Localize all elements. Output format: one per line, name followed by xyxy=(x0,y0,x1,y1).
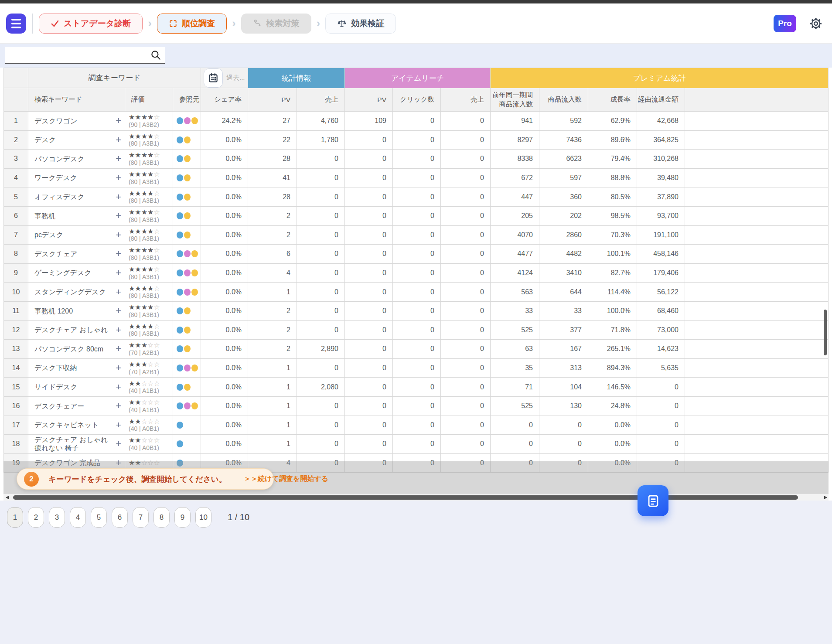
pv-cell: 2 xyxy=(248,321,297,340)
add-keyword-button[interactable]: + xyxy=(116,154,121,164)
scroll-right-arrow-icon[interactable] xyxy=(824,496,827,499)
filler-cell xyxy=(685,435,829,454)
page-button-4[interactable]: 4 xyxy=(70,507,86,528)
keyword-cell: デスクキャビネット+ xyxy=(28,416,125,435)
report-fab-button[interactable] xyxy=(638,485,668,516)
add-keyword-button[interactable]: + xyxy=(116,382,121,392)
source-dots-cell xyxy=(173,187,201,207)
nav-step-store-data-diagnosis[interactable]: ストアデータ診断 xyxy=(39,14,143,34)
page-indicator: 1 / 10 xyxy=(228,512,249,522)
share-cell: 0.0% xyxy=(201,226,248,245)
column-header-growth: 成長率 xyxy=(588,88,637,112)
settings-button[interactable] xyxy=(809,17,822,30)
row-number: 13 xyxy=(4,340,28,359)
group-header-item-reach: アイテムリーチ xyxy=(345,68,491,88)
add-keyword-button[interactable]: + xyxy=(116,439,121,449)
add-keyword-button[interactable]: + xyxy=(116,344,121,354)
add-keyword-button[interactable]: + xyxy=(116,287,121,297)
blue-source-dot-icon xyxy=(177,365,183,371)
blue-source-dot-icon xyxy=(177,345,183,352)
vertical-scrollbar-thumb[interactable] xyxy=(824,310,827,355)
row-number: 12 xyxy=(4,321,28,340)
item-sales-cell: 0 xyxy=(441,150,491,169)
add-keyword-button[interactable]: + xyxy=(116,325,121,335)
sales-cell: 0 xyxy=(297,264,345,283)
group-header-blank xyxy=(4,68,28,88)
add-keyword-button[interactable]: + xyxy=(116,211,121,221)
search-icon[interactable] xyxy=(150,49,161,61)
row-number: 4 xyxy=(4,169,28,188)
inflow-cell: 7436 xyxy=(539,131,588,150)
source-dots-cell xyxy=(173,112,201,131)
keyword-text: 事務机 xyxy=(34,212,55,220)
add-keyword-button[interactable]: + xyxy=(116,401,121,411)
row-number: 14 xyxy=(4,359,28,378)
hamburger-menu-button[interactable] xyxy=(6,14,26,34)
rating-cell: ★★★★☆(80 | A3B1) xyxy=(125,321,173,340)
add-keyword-button[interactable]: + xyxy=(116,230,121,240)
star-rating-icon: ★★★★☆ xyxy=(129,323,160,331)
blue-source-dot-icon xyxy=(177,155,183,162)
nav-step-effect-verification[interactable]: 効果検証 xyxy=(325,14,396,34)
filler-cell xyxy=(685,226,829,245)
filler-cell xyxy=(685,359,829,378)
yellow-source-dot-icon xyxy=(184,194,191,201)
bottom-bar: 123456789101 / 10 xyxy=(0,501,832,644)
chevron-right-icon: › xyxy=(317,17,321,30)
item-sales-cell: 0 xyxy=(441,112,491,131)
add-keyword-button[interactable]: + xyxy=(116,306,121,316)
page-button-3[interactable]: 3 xyxy=(49,507,65,528)
nav-step-rank-survey[interactable]: 順位調査 xyxy=(157,14,227,34)
horizontal-scrollbar-thumb[interactable] xyxy=(13,495,798,500)
add-keyword-button[interactable]: + xyxy=(116,135,121,145)
page-button-2[interactable]: 2 xyxy=(28,507,44,528)
scroll-left-arrow-icon[interactable] xyxy=(6,496,9,499)
page-button-8[interactable]: 8 xyxy=(153,507,170,528)
star-rating-icon: ★★★★☆ xyxy=(129,133,160,140)
pro-plan-badge[interactable]: Pro xyxy=(774,15,796,32)
rating-score: (80 | A3B1) xyxy=(129,217,159,223)
search-input[interactable] xyxy=(5,47,150,63)
pv-cell: 1 xyxy=(248,378,297,397)
keyword-text: デスクワゴン xyxy=(34,117,77,125)
item-pv-cell: 0 xyxy=(345,397,393,416)
prev-year-inflow-cell: 63 xyxy=(491,340,539,359)
growth-rate-cell: 0.0% xyxy=(588,416,637,435)
prev-year-inflow-cell: 8338 xyxy=(491,150,539,169)
rating-score: (80 | A3B1) xyxy=(129,312,159,318)
page-button-9[interactable]: 9 xyxy=(174,507,191,528)
add-keyword-button[interactable]: + xyxy=(116,173,121,183)
add-keyword-button[interactable]: + xyxy=(116,249,121,259)
blue-source-dot-icon xyxy=(177,117,183,124)
filler-cell xyxy=(685,416,829,435)
add-keyword-button[interactable]: + xyxy=(116,363,121,373)
page-button-10[interactable]: 10 xyxy=(195,507,211,528)
item-pv-cell: 0 xyxy=(345,416,393,435)
prev-year-inflow-cell: 35 xyxy=(491,359,539,378)
blue-source-dot-icon xyxy=(177,269,183,276)
star-rating-icon: ★★★★☆ xyxy=(129,303,160,311)
page-button-7[interactable]: 7 xyxy=(133,507,149,528)
rating-score: (70 | A2B1) xyxy=(129,350,159,356)
pink-source-dot-icon xyxy=(184,250,191,257)
add-keyword-button[interactable]: + xyxy=(116,420,121,430)
calendar-button[interactable] xyxy=(204,68,223,88)
add-keyword-button[interactable]: + xyxy=(116,268,121,278)
keyword-text: スタンディングデスク xyxy=(34,288,106,296)
clicks-cell: 0 xyxy=(393,416,441,435)
column-header-clicks: クリック数 xyxy=(393,88,441,112)
item-sales-cell: 0 xyxy=(441,340,491,359)
clicks-cell: 0 xyxy=(393,169,441,188)
rating-score: (80 | A3B1) xyxy=(129,255,159,261)
add-keyword-button[interactable]: + xyxy=(116,192,121,202)
horizontal-scrollbar[interactable] xyxy=(3,494,829,501)
nav-step-label: 検索対策 xyxy=(266,18,300,29)
add-keyword-button[interactable]: + xyxy=(116,116,121,126)
page-button-5[interactable]: 5 xyxy=(91,507,107,528)
page-button-6[interactable]: 6 xyxy=(112,507,128,528)
start-survey-link[interactable]: ＞＞続けて調査を開始する xyxy=(244,474,328,484)
sales-cell: 0 xyxy=(297,359,345,378)
growth-rate-cell: 70.3% xyxy=(588,226,637,245)
page-button-1[interactable]: 1 xyxy=(7,507,23,528)
filler-cell xyxy=(685,245,829,264)
